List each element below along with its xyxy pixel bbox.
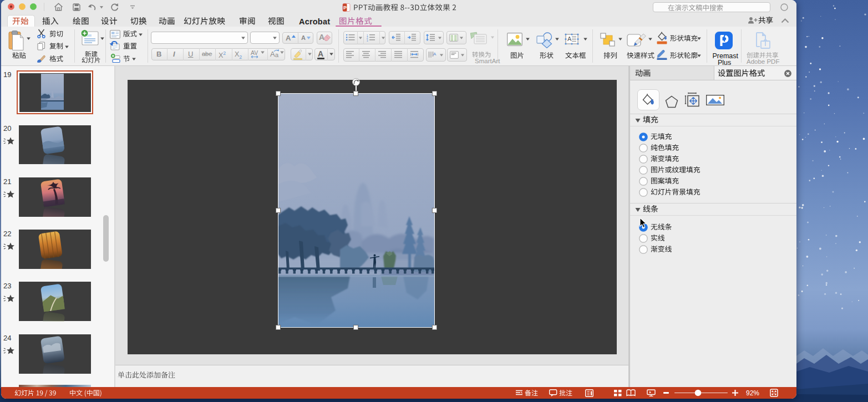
svg-text:A: A [567,35,572,42]
svg-text:P: P [343,5,347,11]
svg-text:A: A [433,52,436,57]
svg-text:3: 3 [367,39,368,42]
